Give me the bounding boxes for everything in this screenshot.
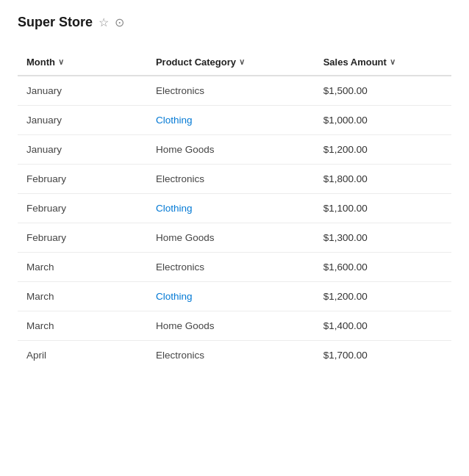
cell-category: Electronics — [147, 341, 315, 370]
cell-category: Electronics — [147, 253, 315, 282]
column-header-amount[interactable]: Sales Amount ∨ — [315, 51, 451, 76]
table-row: JanuaryElectronics$1,500.00 — [18, 76, 451, 106]
cell-month: March — [18, 311, 147, 341]
table-row: FebruaryHome Goods$1,300.00 — [18, 223, 451, 253]
category-sort-icon: ∨ — [239, 57, 245, 67]
cell-amount: $1,600.00 — [315, 253, 451, 282]
cell-amount: $1,200.00 — [315, 135, 451, 165]
cell-month: February — [18, 223, 147, 253]
table-row: MarchHome Goods$1,400.00 — [18, 311, 451, 341]
cell-month: January — [18, 76, 147, 106]
cell-month: January — [18, 135, 147, 165]
table-row: JanuaryClothing$1,000.00 — [18, 106, 451, 135]
cell-category[interactable]: Clothing — [147, 194, 315, 223]
cell-category[interactable]: Clothing — [147, 106, 315, 135]
cell-amount: $1,400.00 — [315, 311, 451, 341]
cell-month: February — [18, 165, 147, 194]
cell-category: Home Goods — [147, 223, 315, 253]
amount-sort-icon: ∨ — [390, 57, 395, 67]
cell-month: March — [18, 282, 147, 311]
table-row: FebruaryClothing$1,100.00 — [18, 194, 451, 223]
cell-category: Home Goods — [147, 135, 315, 165]
table-header-row: Month ∨ Product Category ∨ Sales Amount … — [18, 51, 451, 76]
status-icon[interactable]: ⊙ — [115, 15, 124, 29]
cell-month: March — [18, 253, 147, 282]
table-row: JanuaryHome Goods$1,200.00 — [18, 135, 451, 165]
table-row: MarchElectronics$1,600.00 — [18, 253, 451, 282]
page-title: Super Store — [18, 15, 93, 30]
cell-amount: $1,500.00 — [315, 76, 451, 106]
cell-amount: $1,100.00 — [315, 194, 451, 223]
data-table: Month ∨ Product Category ∨ Sales Amount … — [18, 51, 451, 369]
star-icon[interactable]: ☆ — [99, 15, 109, 29]
cell-month: April — [18, 341, 147, 370]
column-header-month[interactable]: Month ∨ — [18, 51, 147, 76]
cell-amount: $1,800.00 — [315, 165, 451, 194]
month-sort-icon: ∨ — [58, 57, 64, 67]
cell-category[interactable]: Clothing — [147, 282, 315, 311]
column-header-category[interactable]: Product Category ∨ — [147, 51, 315, 76]
cell-amount: $1,000.00 — [315, 106, 451, 135]
cell-amount: $1,300.00 — [315, 223, 451, 253]
cell-month: February — [18, 194, 147, 223]
cell-category: Home Goods — [147, 311, 315, 341]
table-row: AprilElectronics$1,700.00 — [18, 341, 451, 370]
cell-amount: $1,700.00 — [315, 341, 451, 370]
page-header: Super Store ☆ ⊙ — [18, 15, 451, 30]
table-row: FebruaryElectronics$1,800.00 — [18, 165, 451, 194]
cell-category: Electronics — [147, 76, 315, 106]
cell-category: Electronics — [147, 165, 315, 194]
table-row: MarchClothing$1,200.00 — [18, 282, 451, 311]
cell-month: January — [18, 106, 147, 135]
cell-amount: $1,200.00 — [315, 282, 451, 311]
